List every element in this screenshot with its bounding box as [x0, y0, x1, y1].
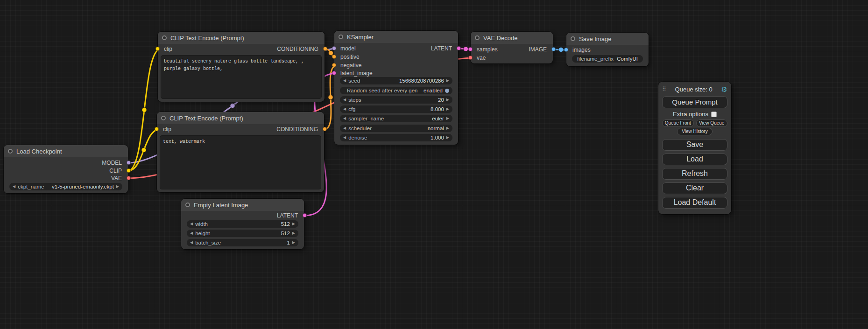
output-slot-conditioning[interactable] [323, 127, 327, 131]
collapse-dot-icon[interactable] [8, 149, 13, 154]
prompt-textarea[interactable]: text, watermark [160, 135, 321, 189]
widget-seed[interactable]: ◀ seed 156680208700286 ▶ [340, 77, 452, 84]
widget-height[interactable]: ◀ height 512 ▶ [187, 230, 298, 237]
node-load-checkpoint[interactable]: Load Checkpoint MODEL CLIP VAE ◀ ckpt_na… [4, 145, 128, 193]
widget-label: width [195, 221, 208, 227]
output-label-vae: VAE [111, 175, 122, 182]
input-slot-clip[interactable] [155, 47, 160, 51]
load-button[interactable]: Load [662, 154, 727, 165]
node-title: Empty Latent Image [194, 202, 248, 209]
widget-label: ckpt_name [18, 184, 44, 189]
refresh-button[interactable]: Refresh [662, 168, 727, 180]
input-slot-positive[interactable] [332, 55, 336, 59]
queue-prompt-button[interactable]: Queue Prompt [662, 96, 727, 108]
right-arrow-icon[interactable]: ▶ [446, 126, 449, 130]
widget-width[interactable]: ◀ width 512 ▶ [187, 220, 298, 228]
input-slot-samples[interactable] [468, 47, 473, 51]
right-arrow-icon[interactable]: ▶ [446, 136, 449, 140]
extra-options-row: Extra options [662, 111, 727, 118]
output-slot-latent[interactable] [457, 46, 461, 50]
load-default-button[interactable]: Load Default [662, 197, 727, 209]
right-arrow-icon[interactable]: ▶ [292, 222, 295, 226]
collapse-dot-icon[interactable] [161, 116, 166, 120]
widget-value: 512 [210, 221, 290, 227]
right-arrow-icon[interactable]: ▶ [446, 98, 449, 102]
clear-button[interactable]: Clear [662, 182, 727, 194]
left-arrow-icon[interactable]: ◀ [343, 107, 346, 111]
widget-label: scheduler [348, 126, 372, 131]
collapse-dot-icon[interactable] [162, 35, 167, 40]
left-arrow-icon[interactable]: ◀ [343, 79, 346, 83]
output-slot-conditioning[interactable] [323, 47, 327, 51]
collapse-dot-icon[interactable] [475, 35, 480, 40]
right-arrow-icon[interactable]: ▶ [446, 107, 449, 111]
left-arrow-icon[interactable]: ◀ [343, 126, 346, 130]
collapse-dot-icon[interactable] [185, 203, 190, 207]
node-header[interactable]: VAE Decode [471, 32, 553, 44]
view-queue-button[interactable]: View Queue [696, 119, 728, 127]
output-slot-image[interactable] [551, 47, 556, 51]
toggle-dot-icon[interactable] [445, 89, 449, 93]
left-arrow-icon[interactable]: ◀ [343, 117, 346, 120]
input-slot-negative[interactable] [332, 63, 336, 67]
node-empty-latent-image[interactable]: Empty Latent Image LATENT ◀ width 512 ▶ … [181, 199, 304, 249]
node-graph-canvas[interactable]: Load Checkpoint MODEL CLIP VAE ◀ ckpt_na… [0, 0, 868, 329]
right-arrow-icon[interactable]: ▶ [116, 185, 119, 189]
output-label-clip: CLIP [109, 167, 122, 175]
node-ksampler[interactable]: KSampler model positive negative latent_… [334, 31, 458, 145]
input-slot-clip[interactable] [155, 127, 159, 131]
right-arrow-icon[interactable]: ▶ [292, 241, 295, 245]
widget-batch-size[interactable]: ◀ batch_size 1 ▶ [187, 239, 298, 246]
node-vae-decode[interactable]: VAE Decode samples vae IMAGE [471, 32, 553, 63]
node-header[interactable]: Save Image [566, 33, 649, 45]
collapse-dot-icon[interactable] [571, 36, 575, 41]
node-header[interactable]: CLIP Text Encode (Prompt) [158, 32, 325, 44]
extra-options-checkbox[interactable] [711, 112, 717, 117]
left-arrow-icon[interactable]: ◀ [343, 98, 346, 102]
widget-filename-prefix[interactable]: filename_prefix ComfyUI [572, 55, 643, 63]
right-arrow-icon[interactable]: ▶ [292, 231, 295, 235]
input-slot-vae[interactable] [468, 56, 473, 60]
output-label-latent: LATENT [277, 212, 298, 219]
left-arrow-icon[interactable]: ◀ [190, 231, 193, 235]
output-label-latent: LATENT [431, 45, 452, 52]
collapse-dot-icon[interactable] [339, 35, 343, 39]
widget-cfg[interactable]: ◀ cfg 8.000 ▶ [340, 105, 452, 113]
node-clip-text-encode-negative[interactable]: CLIP Text Encode (Prompt) clip CONDITION… [157, 112, 324, 192]
settings-gear-icon[interactable]: ⚙ [721, 86, 727, 93]
output-slot-vae[interactable] [127, 176, 131, 180]
left-arrow-icon[interactable]: ◀ [343, 136, 346, 140]
widget-control-after-generate[interactable]: Random seed after every gen enabled [340, 87, 452, 94]
output-slot-model[interactable] [127, 161, 131, 165]
save-button[interactable]: Save [662, 139, 727, 151]
widget-scheduler[interactable]: ◀ scheduler normal ▶ [340, 125, 452, 132]
node-title: CLIP Text Encode (Prompt) [170, 35, 244, 42]
output-slot-latent[interactable] [303, 213, 307, 217]
widget-denoise[interactable]: ◀ denoise 1.000 ▶ [340, 134, 452, 141]
node-clip-text-encode-positive[interactable]: CLIP Text Encode (Prompt) clip CONDITION… [158, 32, 325, 102]
right-arrow-icon[interactable]: ▶ [446, 79, 449, 83]
widget-steps[interactable]: ◀ steps 20 ▶ [340, 96, 452, 104]
node-save-image[interactable]: Save Image images filename_prefix ComfyU… [566, 33, 649, 66]
left-arrow-icon[interactable]: ◀ [190, 222, 193, 226]
node-header[interactable]: KSampler [334, 31, 458, 43]
node-header[interactable]: Empty Latent Image [181, 199, 304, 211]
widget-value: v1-5-pruned-emaonly.ckpt [46, 184, 113, 189]
output-slot-clip[interactable] [127, 168, 131, 173]
left-arrow-icon[interactable]: ◀ [190, 241, 193, 245]
widget-sampler-name[interactable]: ◀ sampler_name euler ▶ [340, 115, 452, 122]
node-header[interactable]: CLIP Text Encode (Prompt) [157, 112, 324, 124]
input-label-positive: positive [340, 53, 360, 61]
input-slot-model[interactable] [332, 46, 336, 50]
right-arrow-icon[interactable]: ▶ [446, 117, 449, 120]
view-history-button[interactable]: View History [677, 128, 713, 135]
widget-ckpt-name[interactable]: ◀ ckpt_name v1-5-pruned-emaonly.ckpt ▶ [9, 183, 122, 190]
queue-front-button[interactable]: Queue Front [662, 119, 694, 127]
input-slot-images[interactable] [564, 48, 568, 52]
input-label-images: images [572, 46, 591, 54]
node-header[interactable]: Load Checkpoint [4, 145, 128, 157]
left-arrow-icon[interactable]: ◀ [13, 185, 15, 189]
prompt-textarea[interactable]: beautiful scenery nature glass bottle la… [161, 55, 322, 99]
drag-handle-icon[interactable]: ⠿ [662, 86, 666, 92]
input-slot-latent-image[interactable] [332, 71, 336, 75]
